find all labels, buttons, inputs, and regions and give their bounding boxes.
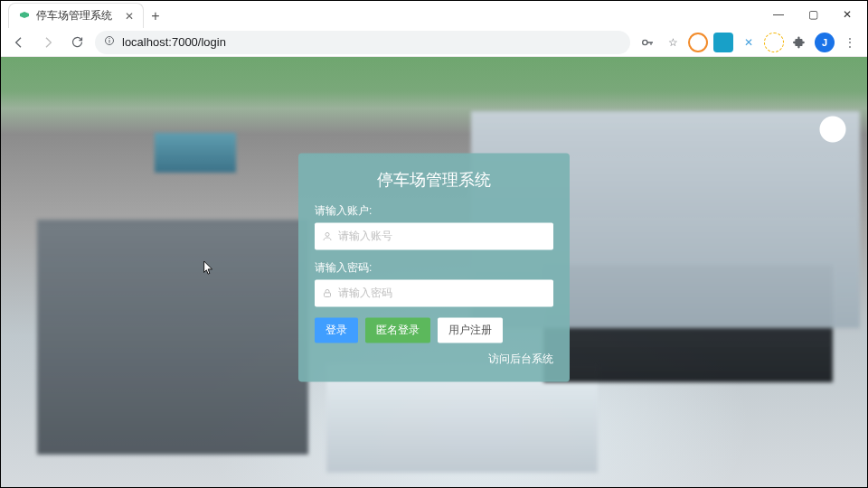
anonymous-login-button[interactable]: 匿名登录 [365, 317, 430, 343]
svg-point-4 [326, 232, 329, 236]
login-title: 停车场管理系统 [315, 169, 553, 191]
window-controls: ― ▢ ✕ [762, 1, 867, 28]
page-viewport: 停车场管理系统 请输入账户: 请输入密码: 登录 匿名登录 用户注册 [1, 57, 867, 487]
ext-4-icon[interactable] [764, 33, 784, 52]
button-row: 登录 匿名登录 用户注册 [315, 317, 553, 343]
login-button[interactable]: 登录 [315, 317, 358, 343]
new-tab-button[interactable]: + [144, 5, 167, 28]
password-label: 请输入密码: [315, 260, 553, 276]
extensions-icon[interactable] [789, 33, 809, 52]
ext-1-icon[interactable] [688, 33, 708, 52]
username-input-wrap[interactable] [315, 222, 553, 249]
username-input[interactable] [338, 230, 546, 242]
svg-rect-1 [109, 40, 110, 43]
toolbar-icons: ☆ ✕ J ⋮ [637, 33, 860, 52]
profile-avatar[interactable]: J [815, 33, 835, 52]
forward-button[interactable] [37, 32, 59, 53]
lock-icon [322, 287, 333, 298]
tab-strip: 停车场管理系统 ✕ + ― ▢ ✕ [1, 1, 867, 28]
close-window-button[interactable]: ✕ [831, 3, 863, 26]
maximize-button[interactable]: ▢ [797, 3, 829, 26]
ext-3-icon[interactable]: ✕ [739, 33, 759, 52]
user-icon [322, 230, 333, 241]
reload-button[interactable] [66, 32, 88, 53]
ext-2-icon[interactable] [713, 33, 733, 52]
site-info-icon[interactable] [104, 35, 115, 49]
bookmark-star-icon[interactable]: ☆ [663, 33, 683, 52]
backend-link[interactable]: 访问后台系统 [488, 352, 553, 365]
register-button[interactable]: 用户注册 [438, 317, 503, 343]
password-key-icon[interactable] [637, 33, 657, 52]
url-input[interactable] [122, 35, 621, 49]
minimize-button[interactable]: ― [762, 3, 795, 26]
svg-rect-2 [109, 38, 110, 39]
svg-point-3 [643, 40, 647, 44]
close-icon[interactable]: ✕ [125, 10, 134, 23]
password-input-wrap[interactable] [315, 279, 553, 306]
back-button[interactable] [8, 32, 30, 53]
browser-tab[interactable]: 停车场管理系统 ✕ [8, 3, 144, 28]
address-bar[interactable] [95, 31, 630, 54]
backend-link-row: 访问后台系统 [315, 352, 553, 367]
svg-rect-5 [325, 293, 331, 297]
password-input[interactable] [338, 286, 546, 299]
tab-title: 停车场管理系统 [36, 8, 119, 23]
favicon-icon [18, 10, 31, 23]
kebab-menu-icon[interactable]: ⋮ [840, 33, 860, 52]
username-label: 请输入账户: [315, 203, 553, 219]
browser-window: 停车场管理系统 ✕ + ― ▢ ✕ ☆ [0, 0, 868, 488]
login-card: 停车场管理系统 请输入账户: 请输入密码: 登录 匿名登录 用户注册 [298, 153, 570, 381]
browser-toolbar: ☆ ✕ J ⋮ [1, 28, 867, 57]
